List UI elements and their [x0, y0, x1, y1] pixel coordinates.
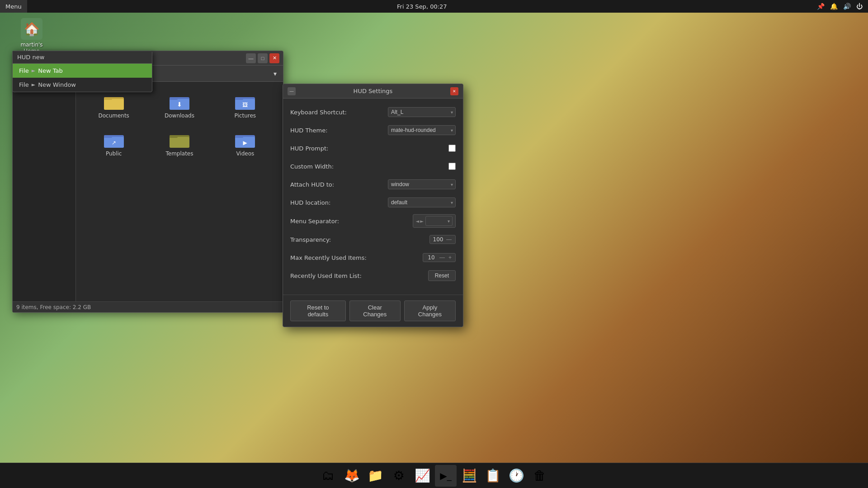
folder-videos[interactable]: ▶ Videos — [215, 127, 276, 160]
hud-menu-item-new-window[interactable]: File ► New Window — [13, 78, 152, 92]
svg-rect-2 — [104, 97, 112, 100]
attach-hud-select[interactable]: window — [388, 179, 456, 189]
videos-icon: ▶ — [234, 131, 256, 149]
folder-public[interactable]: ↗ Public — [83, 127, 144, 160]
documents-icon — [103, 93, 125, 111]
videos-label: Videos — [236, 150, 254, 157]
dock-editor[interactable]: 📋 — [482, 465, 504, 487]
taskbar: Menu Fri 23 Sep, 00:27 📌 🔔 🔊 ⏻ — [0, 0, 868, 13]
taskbar-menu[interactable]: Menu — [0, 0, 27, 13]
recently-list-control: Reset — [428, 270, 456, 281]
volume-icon[interactable]: 🔊 — [843, 3, 851, 10]
svg-rect-9 — [235, 97, 243, 100]
hud-menu-arrow-1: ► — [32, 68, 35, 74]
custom-width-label: Custom Width: — [290, 163, 448, 170]
taskbar-datetime: Fri 23 Sep, 00:27 — [27, 3, 817, 10]
dock-files[interactable]: 🗂 — [317, 465, 339, 487]
power-icon[interactable]: ⏻ — [856, 3, 863, 10]
folder-pictures[interactable]: 🖼 Pictures — [215, 89, 276, 122]
sep-dropdown-wrapper — [425, 216, 453, 226]
reset-defaults-button[interactable]: Reset to defaults — [290, 300, 346, 321]
folder-templates[interactable]: Templates — [149, 127, 210, 160]
hud-location-label: HUD location: — [290, 199, 388, 206]
sep-arrows: ◄ ► — [416, 219, 424, 224]
folder-downloads[interactable]: ⬇ Downloads — [149, 89, 210, 122]
hud-menu-file-label-1: File — [19, 67, 29, 74]
hud-theme-select[interactable]: mate-hud-rounded — [388, 125, 456, 135]
bell-icon[interactable]: 🔔 — [830, 3, 838, 10]
attach-hud-label: Attach HUD to: — [290, 181, 388, 188]
folder-documents[interactable]: Documents — [83, 89, 144, 122]
svg-rect-20 — [235, 135, 243, 138]
hud-minimize-button[interactable]: — — [288, 87, 296, 95]
sep-left-arrow[interactable]: ◄ — [416, 219, 420, 224]
dock-file-manager[interactable]: 📁 — [364, 465, 386, 487]
downloads-icon: ⬇ — [169, 93, 190, 111]
max-recently-number: 10 — + — [423, 253, 456, 262]
dock-terminal[interactable]: ▶_ — [435, 465, 457, 487]
hud-theme-select-wrapper: mate-hud-rounded — [388, 125, 456, 135]
pictures-icon: 🖼 — [234, 93, 256, 111]
hud-prompt-checkbox[interactable] — [448, 145, 456, 152]
keyboard-shortcut-select-wrapper: Alt_L — [388, 107, 456, 117]
dock-firefox[interactable]: 🦊 — [341, 465, 363, 487]
hud-location-select-wrapper: default — [388, 197, 456, 207]
recently-list-label: Recently Used Item List: — [290, 272, 428, 279]
hud-location-select[interactable]: default — [388, 197, 456, 207]
custom-width-checkbox[interactable] — [448, 163, 456, 170]
templates-label: Templates — [165, 150, 193, 157]
hud-settings-dialog: — HUD Settings ✕ Keyboard Shortcut: Alt_… — [283, 84, 463, 327]
hud-prompt-label: HUD Prompt: — [290, 145, 448, 152]
status-text: 9 items, Free space: 2.2 GB — [16, 304, 91, 310]
hud-settings-titlebar: — HUD Settings ✕ — [283, 84, 463, 99]
hud-menu-file-label-2: File — [19, 81, 29, 88]
transparency-label: Transparency: — [290, 236, 429, 243]
keyboard-shortcut-select[interactable]: Alt_L — [388, 107, 456, 117]
window-maximize-button[interactable]: □ — [258, 53, 268, 63]
sep-right-arrow[interactable]: ► — [420, 219, 424, 224]
dock-settings[interactable]: ⚙ — [388, 465, 410, 487]
documents-label: Documents — [98, 113, 129, 119]
svg-rect-16 — [170, 137, 189, 148]
window-close-button[interactable]: ✕ — [269, 53, 279, 63]
file-manager-main: Documents ⬇ Downloads 🖼 Pictures ↗ — [76, 82, 283, 301]
hud-settings-body: Keyboard Shortcut: Alt_L HUD Theme: mate… — [283, 99, 463, 295]
pin-icon[interactable]: 📌 — [817, 3, 825, 10]
window-minimize-button[interactable]: — — [246, 53, 256, 63]
max-recently-decrease[interactable]: — — [439, 255, 446, 260]
dock-calculator[interactable]: 🧮 — [458, 465, 480, 487]
sep-dropdown[interactable] — [425, 216, 453, 226]
hud-close-button[interactable]: ✕ — [450, 87, 458, 95]
menu-separator-label: Menu Separator: — [290, 218, 413, 225]
max-recently-increase[interactable]: + — [448, 255, 453, 260]
svg-text:▶: ▶ — [243, 140, 248, 146]
transparency-decrease[interactable]: — — [445, 237, 453, 242]
hud-menu-item-new-tab[interactable]: File ► New Tab — [13, 64, 152, 78]
downloads-label: Downloads — [165, 113, 194, 119]
file-manager-sidebar — [13, 82, 76, 301]
more-button[interactable]: ▾ — [271, 68, 279, 79]
taskbar-right: 📌 🔔 🔊 ⏻ — [817, 3, 868, 10]
clear-changes-button[interactable]: Clear Changes — [349, 300, 401, 321]
max-recently-row: Max Recently Used Items: 10 — + — [290, 251, 456, 264]
dock-monitor[interactable]: 📈 — [411, 465, 433, 487]
hud-settings-footer: Reset to defaults Clear Changes Apply Ch… — [283, 295, 463, 327]
transparency-number: 100 — — [429, 235, 456, 244]
dock-trash[interactable]: 🗑 — [529, 465, 551, 487]
dock-clock[interactable]: 🕐 — [505, 465, 527, 487]
desktop-home-icon[interactable]: 🏠 martin's Home — [14, 18, 50, 54]
svg-text:🖼: 🖼 — [242, 102, 248, 108]
dock: 🗂 🦊 📁 ⚙ 📈 ▶_ 🧮 📋 🕐 🗑 — [0, 463, 868, 488]
hud-location-row: HUD location: default — [290, 196, 456, 209]
hud-theme-row: HUD Theme: mate-hud-rounded — [290, 124, 456, 136]
transparency-value: 100 — [433, 236, 443, 243]
hud-theme-control: mate-hud-rounded — [388, 125, 456, 135]
svg-rect-17 — [170, 135, 178, 138]
pictures-label: Pictures — [235, 113, 256, 119]
custom-width-row: Custom Width: — [290, 160, 456, 173]
hud-menu-title: HUD new — [13, 51, 152, 64]
recently-reset-button[interactable]: Reset — [428, 270, 456, 281]
menu-separator-row: Menu Separator: ◄ ► — [290, 214, 456, 228]
hud-menu-new-tab-label: New Tab — [38, 67, 63, 74]
apply-changes-button[interactable]: Apply Changes — [404, 300, 456, 321]
